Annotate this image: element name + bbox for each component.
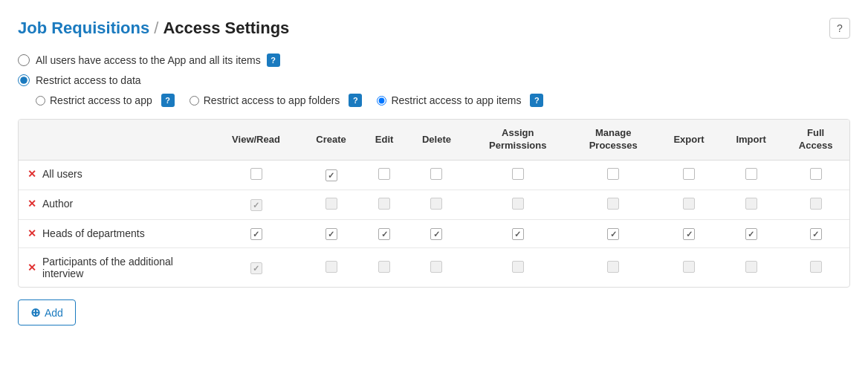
all-users-radio[interactable] bbox=[18, 54, 30, 66]
checkbox-assign-permissions[interactable] bbox=[512, 198, 524, 210]
checkbox-full-access[interactable] bbox=[810, 228, 822, 240]
table-row: ✕All users bbox=[19, 160, 849, 190]
checkbox-delete[interactable] bbox=[430, 228, 442, 240]
checkbox-manage-processes[interactable] bbox=[607, 228, 619, 240]
restrict-items-help-icon[interactable]: ? bbox=[530, 94, 543, 107]
checkbox-assign-permissions[interactable] bbox=[512, 261, 524, 273]
cell-import bbox=[720, 248, 782, 288]
cell-assign-permissions bbox=[467, 190, 569, 219]
checkbox-view-read[interactable] bbox=[250, 168, 262, 180]
restrict-app-radio[interactable] bbox=[36, 96, 45, 106]
restrict-folders-help-icon[interactable]: ? bbox=[349, 94, 362, 107]
all-users-help-icon[interactable]: ? bbox=[267, 54, 280, 67]
checkbox-view-read[interactable] bbox=[250, 228, 262, 240]
breadcrumb-separator: / bbox=[154, 19, 158, 38]
help-button[interactable]: ? bbox=[829, 18, 850, 39]
checkbox-export[interactable] bbox=[683, 198, 695, 210]
row-name-cell: ✕Participants of the additional intervie… bbox=[19, 248, 212, 287]
restrict-folders-item: Restrict access to app folders ? bbox=[190, 94, 363, 107]
checkbox-manage-processes[interactable] bbox=[607, 168, 619, 180]
cell-edit bbox=[362, 160, 407, 190]
checkbox-view-read[interactable] bbox=[250, 262, 262, 274]
checkbox-edit[interactable] bbox=[378, 228, 390, 240]
cell-edit bbox=[362, 219, 407, 248]
row-name-label: All users bbox=[42, 168, 82, 180]
breadcrumb: Job Requisitions / Access Settings bbox=[18, 19, 289, 38]
checkbox-import[interactable] bbox=[745, 168, 757, 180]
checkbox-export[interactable] bbox=[683, 228, 695, 240]
checkbox-export[interactable] bbox=[683, 168, 695, 180]
cell-manage-processes bbox=[569, 160, 657, 190]
checkbox-full-access[interactable] bbox=[810, 168, 822, 180]
cell-edit bbox=[362, 190, 407, 219]
checkbox-edit[interactable] bbox=[378, 261, 390, 273]
cell-full-access bbox=[782, 219, 849, 248]
checkbox-full-access[interactable] bbox=[810, 198, 822, 210]
restrict-label: Restrict access to data bbox=[36, 74, 141, 86]
cell-delete bbox=[407, 190, 467, 219]
remove-row-icon[interactable]: ✕ bbox=[27, 262, 36, 273]
col-delete: Delete bbox=[407, 120, 467, 160]
restrict-items-radio[interactable] bbox=[377, 96, 386, 106]
access-options-section: All users have access to the App and all… bbox=[18, 54, 850, 107]
checkbox-edit[interactable] bbox=[378, 198, 390, 210]
checkbox-manage-processes[interactable] bbox=[607, 261, 619, 273]
table-header-row: View/Read Create Edit Delete AssignPermi… bbox=[19, 120, 849, 160]
row-name-label: Heads of departments bbox=[42, 227, 145, 239]
cell-view-read bbox=[212, 219, 300, 248]
add-button[interactable]: ⊕ Add bbox=[18, 299, 76, 325]
restrict-folders-radio[interactable] bbox=[190, 96, 199, 106]
cell-manage-processes bbox=[569, 219, 657, 248]
checkbox-delete[interactable] bbox=[430, 261, 442, 273]
cell-create bbox=[300, 248, 362, 288]
checkbox-delete[interactable] bbox=[430, 198, 442, 210]
checkbox-view-read[interactable] bbox=[250, 199, 262, 211]
cell-delete bbox=[407, 160, 467, 190]
checkbox-import[interactable] bbox=[745, 261, 757, 273]
col-edit: Edit bbox=[362, 120, 407, 160]
checkbox-export[interactable] bbox=[683, 261, 695, 273]
page-header: Job Requisitions / Access Settings ? bbox=[18, 18, 850, 39]
cell-full-access bbox=[782, 248, 849, 288]
checkbox-create[interactable] bbox=[326, 228, 337, 240]
all-users-option-row: All users have access to the App and all… bbox=[18, 54, 850, 67]
remove-row-icon[interactable]: ✕ bbox=[27, 198, 36, 210]
cell-import bbox=[720, 219, 782, 248]
cell-export bbox=[658, 219, 720, 248]
restrict-option-row: Restrict access to data bbox=[18, 74, 850, 86]
restrict-items-label: Restrict access to app items bbox=[391, 94, 521, 106]
table-row: ✕Participants of the additional intervie… bbox=[19, 248, 849, 288]
checkbox-edit[interactable] bbox=[378, 168, 390, 180]
cell-view-read bbox=[212, 190, 300, 219]
col-manage-processes: ManageProcesses bbox=[569, 120, 657, 160]
checkbox-import[interactable] bbox=[745, 198, 757, 210]
checkbox-create[interactable] bbox=[326, 198, 337, 210]
col-export: Export bbox=[658, 120, 720, 160]
checkbox-manage-processes[interactable] bbox=[607, 198, 619, 210]
col-name bbox=[19, 120, 212, 160]
cell-import bbox=[720, 160, 782, 190]
cell-assign-permissions bbox=[467, 219, 569, 248]
cell-assign-permissions bbox=[467, 248, 569, 288]
col-create: Create bbox=[300, 120, 362, 160]
checkbox-delete[interactable] bbox=[430, 168, 442, 180]
restrict-radio[interactable] bbox=[18, 74, 30, 86]
checkbox-create[interactable] bbox=[326, 169, 337, 181]
checkbox-assign-permissions[interactable] bbox=[512, 228, 524, 240]
table-row: ✕Author bbox=[19, 190, 849, 219]
checkbox-create[interactable] bbox=[326, 261, 337, 273]
checkbox-full-access[interactable] bbox=[810, 261, 822, 273]
cell-create bbox=[300, 160, 362, 190]
app-link[interactable]: Job Requisitions bbox=[18, 19, 149, 38]
row-name-label: Participants of the additional interview bbox=[42, 256, 203, 279]
remove-row-icon[interactable]: ✕ bbox=[27, 227, 36, 239]
table-body: ✕All users✕Author✕Heads of departments✕P… bbox=[19, 160, 849, 287]
restrict-app-help-icon[interactable]: ? bbox=[161, 94, 175, 107]
cell-export bbox=[658, 160, 720, 190]
checkbox-assign-permissions[interactable] bbox=[512, 168, 524, 180]
col-import: Import bbox=[720, 120, 782, 160]
remove-row-icon[interactable]: ✕ bbox=[27, 168, 36, 180]
all-users-label: All users have access to the App and all… bbox=[36, 54, 261, 66]
cell-create bbox=[300, 190, 362, 219]
checkbox-import[interactable] bbox=[745, 228, 757, 240]
